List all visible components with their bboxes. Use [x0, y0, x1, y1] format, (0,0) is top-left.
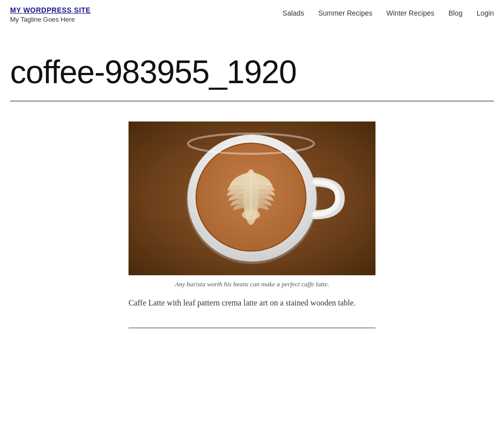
nav-blog[interactable]: Blog [449, 9, 463, 17]
coffee-svg [129, 121, 375, 275]
page-title: coffee-983955_1920 [10, 53, 494, 91]
image-container: Any barista worth his beans can make a p… [129, 121, 375, 328]
bottom-divider [129, 328, 375, 328]
image-caption: Any barista worth his beans can make a p… [175, 280, 329, 288]
svg-point-14 [242, 210, 260, 220]
coffee-image [129, 121, 375, 275]
site-header: MY WORDPRESS SITE My Tagline Goes Here S… [0, 0, 504, 28]
nav-summer-recipes[interactable]: Summer Recipes [318, 9, 372, 17]
site-branding: MY WORDPRESS SITE My Tagline Goes Here [10, 6, 91, 23]
title-divider [10, 101, 494, 101]
main-content: coffee-983955_1920 [0, 28, 504, 328]
image-description: Caffe Latte with leaf pattern crema latt… [129, 298, 375, 308]
nav-login[interactable]: Login [477, 9, 494, 17]
content-area: Any barista worth his beans can make a p… [10, 121, 494, 328]
nav-salads[interactable]: Salads [283, 9, 304, 17]
nav-winter-recipes[interactable]: Winter Recipes [387, 9, 434, 17]
site-title[interactable]: MY WORDPRESS SITE [10, 6, 91, 14]
site-tagline: My Tagline Goes Here [10, 16, 91, 23]
site-nav: Salads Summer Recipes Winter Recipes Blo… [283, 6, 494, 17]
